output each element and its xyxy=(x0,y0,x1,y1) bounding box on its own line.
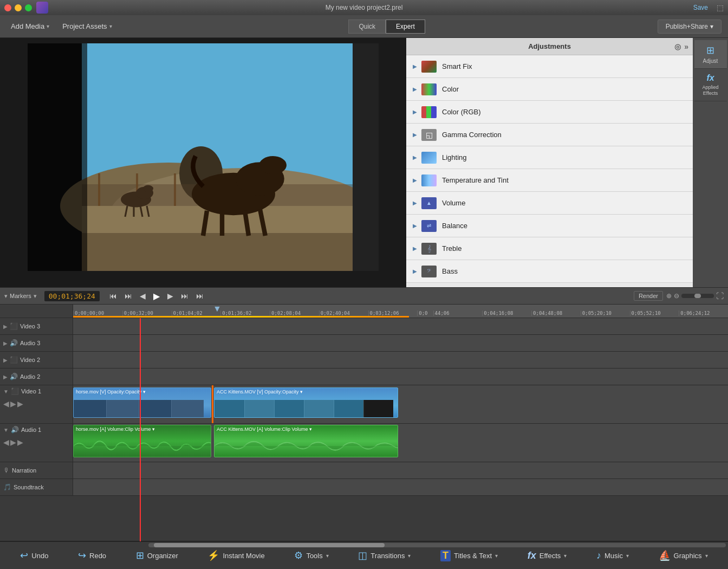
expand-audio3[interactable]: ▶ xyxy=(3,340,8,346)
undo-button[interactable]: ↩ Undo xyxy=(16,547,53,564)
close-button[interactable] xyxy=(4,4,11,11)
instant-movie-button[interactable]: ⚡ Instant Movie xyxy=(203,547,269,564)
video2-icon: ⬛ xyxy=(10,356,18,364)
step-forward-button[interactable]: ⏭ xyxy=(179,290,191,301)
video1-play-btn[interactable]: ▶ xyxy=(10,399,16,408)
ruler-time-11: 0;05;20;10 xyxy=(581,311,630,316)
transitions-button[interactable]: ◫ Transitions ▾ xyxy=(354,547,415,564)
audio1-play-btn[interactable]: ▶ xyxy=(10,438,16,447)
render-button[interactable]: Render xyxy=(634,291,663,301)
audio1-next-btn[interactable]: ▶ xyxy=(17,438,23,447)
go-to-end-button[interactable]: ⏭ xyxy=(194,290,206,301)
adj-icon-smartfix xyxy=(421,61,437,73)
expand-video2[interactable]: ▶ xyxy=(3,357,8,363)
music-arrow: ▾ xyxy=(626,553,629,559)
instant-movie-icon: ⚡ xyxy=(207,549,219,561)
track-content-audio2[interactable] xyxy=(73,368,728,385)
video1-prev-btn[interactable]: ◀ xyxy=(3,399,9,408)
scrollbar-track[interactable] xyxy=(148,543,726,547)
audio1-prev-btn[interactable]: ◀ xyxy=(3,438,9,447)
track-row-audio2: ▶ 🔊 Audio 2 xyxy=(0,368,728,385)
video1-next-btn[interactable]: ▶ xyxy=(17,399,23,408)
video3-icon: ⬛ xyxy=(10,322,18,330)
project-assets-button[interactable]: Project Assets ▾ xyxy=(58,20,116,33)
panel-icon[interactable]: ⬚ xyxy=(717,3,724,12)
nav-icon[interactable]: » xyxy=(684,42,688,51)
tools-button[interactable]: ⚙ Tools ▾ xyxy=(290,547,333,564)
eye-icon[interactable]: ◎ xyxy=(674,42,681,51)
video-clip-kittens[interactable]: ACC Kittens.MOV [V] Opacity:Opacity ▾ xyxy=(214,387,398,418)
expand-audio2[interactable]: ▶ xyxy=(3,374,8,380)
track-label-video3: ▶ ⬛ Video 3 xyxy=(0,318,73,334)
titles-text-button[interactable]: T Titles & Text ▾ xyxy=(436,548,502,564)
track-content-video2[interactable] xyxy=(73,352,728,368)
timeline-area: ▾ Markers ▾ 00;01;36;24 ⏮ ⏭ ◀ ▶ ▶ ⏭ ⏭ Re… xyxy=(0,287,728,541)
adj-item-label: Bass xyxy=(442,267,458,275)
organizer-button[interactable]: ⊞ Organizer xyxy=(132,547,183,564)
adj-item-smart-fix[interactable]: ▶Smart Fix xyxy=(406,55,693,78)
next-frame-button[interactable]: ▶ xyxy=(165,290,176,301)
zoom-in-icon[interactable]: ⊕ xyxy=(666,292,672,300)
adj-item-color-(rgb)[interactable]: ▶Color (RGB) xyxy=(406,101,693,124)
track-content-audio1[interactable]: horse.mov [A] Volume:Clip Volume ▾ ACC K… xyxy=(73,424,728,462)
video1-controls: ◀ ▶ ▶ xyxy=(3,399,23,408)
window-controls[interactable] xyxy=(4,4,32,11)
adj-item-temperature-and-tint[interactable]: ▶Temperature and Tint xyxy=(406,169,693,192)
adj-item-gamma-correction[interactable]: ▶◱Gamma Correction xyxy=(406,124,693,146)
adj-item-lighting[interactable]: ▶Lighting xyxy=(406,146,693,169)
adj-item-balance[interactable]: ▶⇌Balance xyxy=(406,215,693,237)
expand-video1[interactable]: ▼ xyxy=(3,389,9,395)
adjustments-list: ▶Smart Fix▶Color▶Color (RGB)▶◱Gamma Corr… xyxy=(406,55,693,287)
svg-rect-27 xyxy=(353,43,379,271)
zoom-out-icon[interactable]: ⊖ xyxy=(674,292,679,300)
audio-clip-horse[interactable]: horse.mov [A] Volume:Clip Volume ▾ xyxy=(73,425,211,457)
expand-audio1[interactable]: ▼ xyxy=(3,427,9,433)
applied-effects-button[interactable]: fx Applied Effects xyxy=(694,69,727,101)
titles-arrow: ▾ xyxy=(495,553,498,559)
adj-item-treble[interactable]: ▶𝄞Treble xyxy=(406,237,693,260)
expand-video3[interactable]: ▶ xyxy=(3,324,8,329)
save-button[interactable]: Save xyxy=(693,4,708,11)
adj-item-color[interactable]: ▶Color xyxy=(406,78,693,101)
track-content-video1[interactable]: horse.mov [V] Opacity:Opacity ▾ ACC Kitt… xyxy=(73,385,728,423)
track-content-video3[interactable] xyxy=(73,318,728,334)
titlebar: My new video project2.prel Save ⬚ xyxy=(0,0,728,15)
redo-button[interactable]: ↪ Redo xyxy=(74,547,110,564)
track-content-audio3[interactable] xyxy=(73,335,728,351)
graphics-button[interactable]: ⛵ Graphics ▾ xyxy=(654,547,712,564)
adj-expand-arrow: ▶ xyxy=(413,200,417,206)
fullscreen-icon[interactable]: ⛶ xyxy=(716,292,724,300)
track-row-audio3: ▶ 🔊 Audio 3 xyxy=(0,335,728,352)
track-content-soundtrack[interactable] xyxy=(73,479,728,495)
track-label-video1: ▼ ⬛ Video 1 ◀ ▶ ▶ xyxy=(0,385,73,423)
markers-button[interactable]: ▾ Markers ▾ xyxy=(4,293,37,300)
minimize-button[interactable] xyxy=(15,4,22,11)
adjust-panel-button[interactable]: ⊞ Adjust xyxy=(694,40,727,69)
adj-expand-arrow: ▶ xyxy=(413,86,417,92)
quick-mode-button[interactable]: Quick xyxy=(348,20,386,34)
adj-item-volume[interactable]: ▶▲Volume xyxy=(406,192,693,215)
video1-icon: ⬛ xyxy=(11,387,19,395)
prev-frame-button[interactable]: ◀ xyxy=(138,290,148,301)
adj-icon-volume: ▲ xyxy=(421,197,437,209)
play-button[interactable]: ▶ xyxy=(151,290,162,302)
zoom-slider[interactable] xyxy=(681,294,714,298)
video-clip-horse[interactable]: horse.mov [V] Opacity:Opacity ▾ xyxy=(73,387,211,418)
expert-mode-button[interactable]: Expert xyxy=(386,20,425,34)
ruler-time-8: 44;06 xyxy=(433,311,483,316)
maximize-button[interactable] xyxy=(25,4,32,11)
step-back-button[interactable]: ⏭ xyxy=(122,290,134,301)
add-media-button[interactable]: Add Media ▾ xyxy=(6,20,54,33)
go-to-start-button[interactable]: ⏮ xyxy=(107,290,119,301)
effects-button[interactable]: fx Effects ▾ xyxy=(523,548,571,564)
adj-item-bass[interactable]: ▶𝄢Bass xyxy=(406,260,693,283)
music-icon: ♪ xyxy=(596,550,601,561)
publish-share-button[interactable]: Publish+Share ▾ xyxy=(658,20,722,34)
scrollbar-thumb[interactable] xyxy=(154,543,385,547)
audio-clip-kittens[interactable]: ACC Kittens.MOV [A] Volume:Clip Volume ▾ xyxy=(214,425,398,457)
svg-point-15 xyxy=(143,185,153,192)
video-frame xyxy=(28,43,379,271)
music-button[interactable]: ♪ Music ▾ xyxy=(592,548,633,564)
svg-rect-6 xyxy=(82,233,374,271)
track-content-narration[interactable] xyxy=(73,462,728,479)
